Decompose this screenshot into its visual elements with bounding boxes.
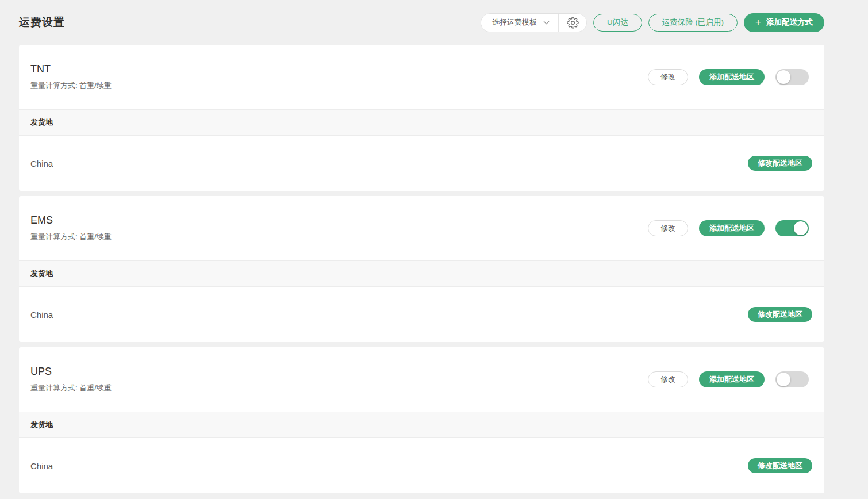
- modify-button[interactable]: 修改: [648, 69, 688, 85]
- freight-template-select[interactable]: 选择运费模板: [481, 14, 558, 32]
- weight-method-label: 重量计算方式: 首重/续重: [30, 383, 112, 393]
- modify-button[interactable]: 修改: [648, 220, 688, 236]
- origin-name: China: [30, 159, 53, 168]
- modify-region-button[interactable]: 修改配送地区: [748, 307, 812, 322]
- template-select-group: 选择运费模板: [481, 13, 587, 32]
- method-name: TNT: [30, 63, 112, 75]
- method-name: UPS: [30, 366, 112, 378]
- method-name: EMS: [30, 214, 112, 227]
- add-shipping-method-button[interactable]: + 添加配送方式: [744, 13, 824, 32]
- card-header: TNT 重量计算方式: 首重/续重 修改 添加配送地区: [19, 45, 824, 109]
- page-header: 运费设置 选择运费模板: [19, 0, 824, 45]
- freight-settings-page: 运费设置 选择运费模板: [19, 0, 824, 493]
- enable-toggle[interactable]: [775, 69, 809, 85]
- card-actions: 修改 添加配送地区: [648, 371, 809, 387]
- modify-region-button[interactable]: 修改配送地区: [748, 458, 812, 473]
- toggle-knob: [794, 221, 808, 235]
- modify-button[interactable]: 修改: [648, 371, 688, 387]
- origin-name: China: [30, 461, 53, 471]
- origin-section-header: 发货地: [19, 109, 824, 136]
- plus-icon: +: [755, 17, 761, 27]
- freight-insurance-button[interactable]: 运费保险 (已启用): [648, 14, 738, 32]
- modify-region-button[interactable]: 修改配送地区: [748, 156, 812, 171]
- origin-name: China: [30, 310, 53, 320]
- origin-row: China 修改配送地区: [19, 287, 824, 342]
- method-info: UPS 重量计算方式: 首重/续重: [30, 366, 112, 393]
- method-info: EMS 重量计算方式: 首重/续重: [30, 214, 112, 242]
- page-title: 运费设置: [19, 15, 65, 30]
- add-region-button[interactable]: 添加配送地区: [699, 69, 765, 85]
- settings-button[interactable]: [559, 14, 586, 32]
- weight-method-label: 重量计算方式: 首重/续重: [30, 232, 112, 242]
- shipping-method-card-ups: UPS 重量计算方式: 首重/续重 修改 添加配送地区 发货地 China 修改…: [19, 347, 824, 493]
- add-region-button[interactable]: 添加配送地区: [699, 220, 765, 236]
- add-shipping-method-label: 添加配送方式: [766, 17, 813, 28]
- ushanda-button[interactable]: U闪达: [593, 14, 642, 32]
- gear-icon: [567, 17, 579, 29]
- add-region-button[interactable]: 添加配送地区: [699, 371, 765, 387]
- enable-toggle[interactable]: [775, 220, 809, 236]
- weight-method-label: 重量计算方式: 首重/续重: [30, 80, 112, 91]
- toggle-knob: [777, 373, 790, 386]
- header-toolbar: 选择运费模板 U闪达 运费保险 (已启用): [481, 13, 824, 32]
- method-info: TNT 重量计算方式: 首重/续重: [30, 63, 112, 91]
- toggle-knob: [777, 70, 790, 84]
- shipping-method-card-tnt: TNT 重量计算方式: 首重/续重 修改 添加配送地区 发货地 China 修改…: [19, 45, 824, 191]
- enable-toggle[interactable]: [775, 371, 809, 387]
- card-header: EMS 重量计算方式: 首重/续重 修改 添加配送地区: [19, 196, 824, 260]
- card-actions: 修改 添加配送地区: [648, 220, 809, 236]
- freight-template-select-label: 选择运费模板: [492, 17, 537, 28]
- origin-row: China 修改配送地区: [19, 438, 824, 493]
- origin-section-header: 发货地: [19, 412, 824, 438]
- chevron-down-icon: [543, 21, 550, 25]
- card-header: UPS 重量计算方式: 首重/续重 修改 添加配送地区: [19, 347, 824, 412]
- shipping-method-card-ems: EMS 重量计算方式: 首重/续重 修改 添加配送地区 发货地 China 修改…: [19, 196, 824, 342]
- origin-section-header: 发货地: [19, 260, 824, 287]
- card-actions: 修改 添加配送地区: [648, 69, 809, 85]
- origin-row: China 修改配送地区: [19, 136, 824, 191]
